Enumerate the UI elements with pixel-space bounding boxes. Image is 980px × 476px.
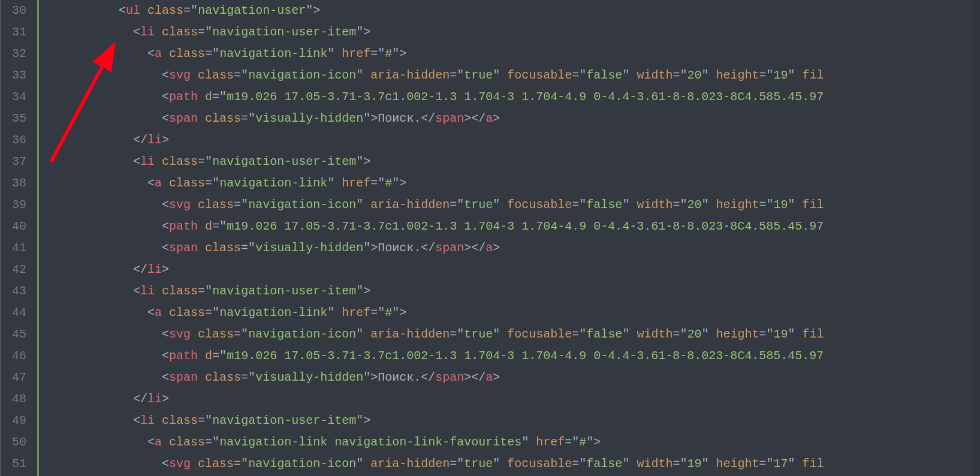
code-editor[interactable]: 30 31 32 33 34 35 36 37 38 39 40 41 42 4…: [0, 0, 980, 476]
modified-indicator: [37, 0, 39, 476]
line-number[interactable]: 33: [0, 65, 26, 86]
code-line[interactable]: <svg class="navigation-icon" aria-hidden…: [47, 453, 972, 475]
line-number[interactable]: 39: [0, 194, 26, 216]
line-number[interactable]: 47: [0, 367, 26, 388]
code-line[interactable]: </li>: [47, 129, 972, 151]
code-line[interactable]: </li>: [47, 388, 972, 410]
line-number[interactable]: 46: [0, 345, 26, 367]
line-number[interactable]: 40: [0, 216, 26, 237]
line-number[interactable]: 37: [0, 151, 26, 173]
code-line[interactable]: <a class="navigation-link" href="#">: [47, 43, 972, 65]
line-number[interactable]: 43: [0, 281, 26, 302]
code-line[interactable]: <span class="visually-hidden">Поиск.</sp…: [47, 237, 972, 259]
line-number[interactable]: 44: [0, 302, 26, 324]
code-line[interactable]: <span class="visually-hidden">Поиск.</sp…: [47, 108, 972, 129]
line-number[interactable]: 42: [0, 259, 26, 281]
code-area[interactable]: <ul class="navigation-user"> <li class="…: [37, 0, 972, 476]
line-number[interactable]: 45: [0, 324, 26, 345]
code-line[interactable]: <path d="m19.026 17.05-3.71-3.7c1.002-1.…: [47, 86, 972, 108]
code-line[interactable]: <svg class="navigation-icon" aria-hidden…: [47, 194, 972, 216]
code-line[interactable]: <li class="navigation-user-item">: [47, 151, 972, 173]
line-number[interactable]: 48: [0, 388, 26, 410]
code-line[interactable]: <path d="m19.026 17.05-3.71-3.7c1.002-1.…: [47, 345, 972, 367]
code-line[interactable]: <a class="navigation-link navigation-lin…: [47, 432, 972, 453]
line-number[interactable]: 34: [0, 86, 26, 108]
code-line[interactable]: <svg class="navigation-icon" aria-hidden…: [47, 65, 972, 86]
code-line[interactable]: </li>: [47, 259, 972, 281]
line-number[interactable]: 35: [0, 108, 26, 129]
line-number[interactable]: 30: [0, 0, 26, 22]
code-line[interactable]: <span class="visually-hidden">Поиск.</sp…: [47, 367, 972, 388]
code-line[interactable]: <path d="m19.026 17.05-3.71-3.7c1.002-1.…: [47, 216, 972, 237]
line-number-gutter[interactable]: 30 31 32 33 34 35 36 37 38 39 40 41 42 4…: [0, 0, 37, 476]
code-line[interactable]: <svg class="navigation-icon" aria-hidden…: [47, 324, 972, 345]
line-number[interactable]: 38: [0, 173, 26, 194]
line-number[interactable]: 51: [0, 453, 26, 475]
code-line[interactable]: <a class="navigation-link" href="#">: [47, 302, 972, 324]
code-line[interactable]: <li class="navigation-user-item">: [47, 281, 972, 302]
line-number[interactable]: 41: [0, 237, 26, 259]
code-line[interactable]: <ul class="navigation-user">: [47, 0, 972, 22]
code-line[interactable]: <li class="navigation-user-item">: [47, 410, 972, 432]
line-number[interactable]: 32: [0, 43, 26, 65]
line-number[interactable]: 36: [0, 129, 26, 151]
line-number[interactable]: 50: [0, 432, 26, 453]
overview-ruler[interactable]: [972, 0, 980, 476]
line-number[interactable]: 49: [0, 410, 26, 432]
code-line[interactable]: <li class="navigation-user-item">: [47, 22, 972, 43]
line-number[interactable]: 31: [0, 22, 26, 43]
code-line[interactable]: <a class="navigation-link" href="#">: [47, 173, 972, 194]
